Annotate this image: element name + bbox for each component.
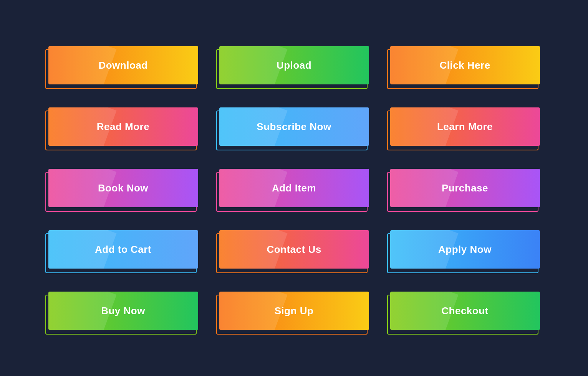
subscribenow-button-wrapper[interactable]: Subscribe Now: [219, 107, 369, 146]
checkout-button-wrapper[interactable]: Checkout: [390, 292, 540, 330]
signup-button[interactable]: Sign Up: [219, 292, 369, 330]
download-button[interactable]: Download: [48, 46, 198, 84]
button-grid: DownloadUploadClick HereRead MoreSubscri…: [25, 23, 563, 353]
upload-button-wrapper[interactable]: Upload: [219, 46, 369, 84]
addtocart-button-wrapper[interactable]: Add to Cart: [48, 230, 198, 269]
purchase-button[interactable]: Purchase: [390, 169, 540, 207]
subscribenow-button[interactable]: Subscribe Now: [219, 107, 369, 146]
contactus-button[interactable]: Contact Us: [219, 230, 369, 269]
readmore-button-wrapper[interactable]: Read More: [48, 107, 198, 146]
buynow-button[interactable]: Buy Now: [48, 292, 198, 330]
learnmore-button-wrapper[interactable]: Learn More: [390, 107, 540, 146]
buynow-button-wrapper[interactable]: Buy Now: [48, 292, 198, 330]
purchase-button-wrapper[interactable]: Purchase: [390, 169, 540, 207]
contactus-button-wrapper[interactable]: Contact Us: [219, 230, 369, 269]
applynow-button[interactable]: Apply Now: [390, 230, 540, 269]
readmore-button[interactable]: Read More: [48, 107, 198, 146]
booknow-button[interactable]: Book Now: [48, 169, 198, 207]
checkout-button[interactable]: Checkout: [390, 292, 540, 330]
download-button-wrapper[interactable]: Download: [48, 46, 198, 84]
upload-button[interactable]: Upload: [219, 46, 369, 84]
additem-button[interactable]: Add Item: [219, 169, 369, 207]
signup-button-wrapper[interactable]: Sign Up: [219, 292, 369, 330]
applynow-button-wrapper[interactable]: Apply Now: [390, 230, 540, 269]
clickhere-button-wrapper[interactable]: Click Here: [390, 46, 540, 84]
booknow-button-wrapper[interactable]: Book Now: [48, 169, 198, 207]
addtocart-button[interactable]: Add to Cart: [48, 230, 198, 269]
additem-button-wrapper[interactable]: Add Item: [219, 169, 369, 207]
clickhere-button[interactable]: Click Here: [390, 46, 540, 84]
learnmore-button[interactable]: Learn More: [390, 107, 540, 146]
